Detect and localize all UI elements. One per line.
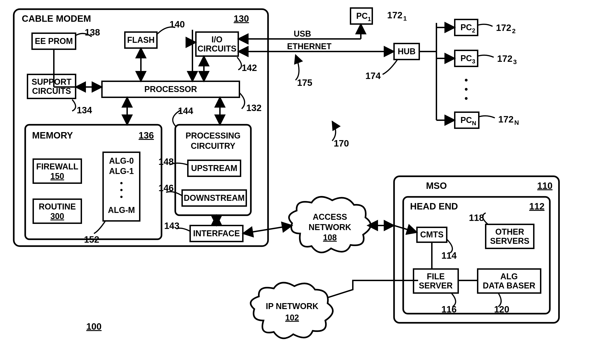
pc3-refsub: 3 — [513, 58, 517, 65]
processing-title-1: PROCESSING — [185, 131, 241, 140]
pc3-ref: 172 — [497, 54, 512, 64]
svg-point-39 — [465, 88, 468, 91]
processing-title-2: CIRCUITRY — [191, 141, 236, 151]
cable-modem-title: CABLE MODEM — [22, 13, 91, 24]
processor-label: PROCESSOR — [144, 84, 197, 94]
firewall-label: FIREWALL — [36, 162, 78, 171]
cable-modem-ref: 130 — [234, 13, 249, 24]
algdb-ref: 120 — [494, 304, 510, 314]
ethernet-label: ETHERNET — [287, 42, 331, 51]
pcN-ref: 172 — [498, 114, 514, 124]
alg-m: ALG-M — [108, 205, 135, 215]
pc1-box: PC 1 — [351, 8, 372, 24]
eeprom-ref: 138 — [85, 27, 100, 37]
pc3-sub: 3 — [472, 58, 475, 65]
file-ref: 116 — [442, 304, 457, 314]
eeprom-label: EE PROM — [35, 36, 73, 46]
alg-ref: 152 — [84, 234, 99, 245]
svg-point-38 — [465, 79, 468, 82]
pcN-refsub: N — [514, 119, 519, 126]
firewall-ref: 150 — [50, 171, 64, 181]
svg-point-12 — [120, 196, 123, 198]
file-l2: SERVER — [419, 281, 452, 290]
io-label-line1: I/O — [212, 35, 222, 44]
upstream-label: UPSTREAM — [191, 163, 237, 173]
support-label-line2: CIRCUITS — [32, 86, 71, 96]
headend-block: HEAD END 112 CMTS 114 OTHER SERVERS 118 … — [394, 197, 550, 314]
usb-label: USB — [294, 29, 311, 39]
other-l1: OTHER — [495, 227, 524, 236]
memory-title: MEMORY — [32, 130, 73, 140]
headend-title: HEAD END — [410, 201, 458, 211]
access-network-l2: NETWORK — [309, 222, 351, 232]
pc3-box: PC 3 — [455, 50, 478, 66]
file-l1: FILE — [427, 272, 445, 281]
pc2-ref: 172 — [496, 23, 511, 33]
svg-point-10 — [120, 182, 123, 184]
headend-ref: 112 — [529, 201, 545, 211]
other-ref: 118 — [469, 213, 484, 223]
memory-block: MEMORY 136 FIREWALL 150 ROUTINE 300 ALG-… — [25, 125, 161, 245]
hub-box: HUB — [394, 44, 419, 59]
diagram-svg: CABLE MODEM 130 EE PROM 138 FLASH 140 I/… — [0, 0, 589, 364]
processor-box: PROCESSOR — [102, 81, 239, 97]
upstream-ref: 148 — [159, 156, 174, 167]
alg-0: ALG-0 — [109, 156, 134, 166]
ip-network-cloud: IP NETWORK 102 — [251, 283, 333, 338]
env-ref: 170 — [334, 138, 349, 148]
pc2-label: PC — [460, 23, 472, 32]
support-label-line1: SUPPORT — [32, 77, 72, 86]
hub-label: HUB — [398, 47, 416, 56]
ip-network-ref: 102 — [285, 313, 299, 322]
ip-network-l1: IP NETWORK — [266, 301, 318, 311]
mso-ref: 110 — [537, 181, 553, 191]
interface-label: INTERFACE — [193, 229, 240, 238]
downstream-ref: 146 — [159, 183, 174, 193]
interface-box: INTERFACE — [190, 226, 243, 241]
mso-title: MSO — [426, 181, 447, 191]
pcN-label: PC — [460, 115, 472, 125]
pc3-label: PC — [460, 54, 472, 63]
pc1-label: PC — [356, 11, 368, 21]
svg-point-40 — [465, 97, 468, 100]
diagram-ref: 100 — [86, 321, 102, 332]
hub-ref: 174 — [365, 71, 381, 81]
access-network-ref: 108 — [323, 233, 337, 242]
cmts-ref: 114 — [442, 250, 457, 260]
processor-ref: 132 — [246, 103, 262, 113]
cmts-label: CMTS — [420, 230, 443, 239]
pc1-refsub: 1 — [403, 15, 407, 22]
interface-ref: 143 — [164, 221, 180, 231]
access-network-l1: ACCESS — [313, 212, 347, 222]
processing-block: PROCESSING CIRCUITRY UPSTREAM DOWNSTREAM — [175, 125, 251, 215]
support-ref: 134 — [77, 105, 92, 115]
flash-ref: 140 — [170, 19, 185, 29]
flash-box: FLASH — [125, 32, 157, 48]
svg-point-11 — [120, 189, 123, 191]
svg-rect-6 — [25, 125, 161, 239]
memory-ref: 136 — [139, 130, 154, 140]
eeprom-box: EE PROM — [32, 33, 76, 49]
mso-block: MSO 110 HEAD END 112 CMTS 114 OTHER SERV… — [394, 176, 559, 323]
pc1-sub: 1 — [368, 16, 371, 22]
svg-line-52 — [394, 226, 417, 232]
pc2-refsub: 2 — [512, 27, 516, 35]
algdb-l1: ALG — [500, 272, 518, 281]
svg-rect-44 — [394, 176, 559, 323]
alg-1: ALG-1 — [109, 166, 134, 176]
pc2-box: PC 2 — [455, 20, 478, 35]
downstream-label: DOWNSTREAM — [184, 193, 245, 203]
other-l2: SERVERS — [490, 236, 529, 246]
routine-ref: 300 — [50, 212, 64, 221]
io-label-line2: CIRCUITS — [198, 44, 236, 53]
pcN-box: PC N — [455, 112, 479, 128]
pc2-sub: 2 — [472, 27, 475, 34]
io-ref: 142 — [242, 63, 257, 73]
routine-label: ROUTINE — [39, 202, 76, 211]
pcN-sub: N — [472, 120, 476, 127]
flash-label: FLASH — [127, 35, 155, 45]
io-box: I/O CIRCUITS — [196, 32, 238, 56]
access-network-cloud: ACCESS NETWORK 108 — [289, 197, 371, 253]
algdb-l2: DATA BASER — [483, 281, 535, 290]
lan-ref: 175 — [297, 78, 312, 88]
